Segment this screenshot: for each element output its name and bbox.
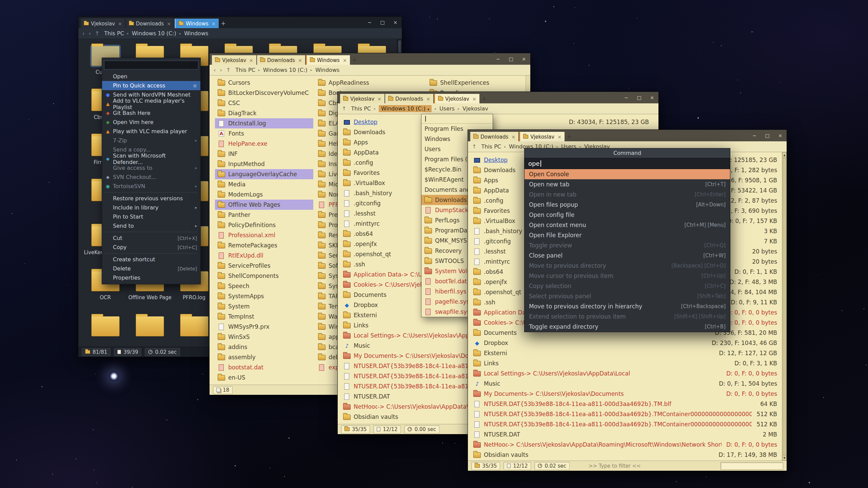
menu-item-git-bash-here[interactable]: ◆Git Bash Here: [102, 108, 200, 118]
breadcrumb-item-users[interactable]: Users: [439, 105, 455, 112]
command-toggle-preview[interactable]: Toggle preview[Ctrl+Q]: [525, 240, 730, 250]
up-icon[interactable]: ↑: [472, 143, 476, 150]
tab-vjekoslav[interactable]: Vjekoslav×: [434, 94, 479, 103]
close-button[interactable]: ×: [389, 17, 402, 28]
file-row-panther[interactable]: Panther: [215, 210, 313, 220]
file-row-rtlexupd-dll[interactable]: RtlExUpd.dll: [215, 250, 313, 261]
command-open-files-popup[interactable]: Open files popup[Alt+Down]: [525, 200, 730, 210]
file-row-cursors[interactable]: Cursors: [215, 78, 313, 88]
tab-downloads[interactable]: Downloads×: [470, 132, 518, 141]
file-row-bitlockerdiscoveryvolume[interactable]: BitLockerDiscoveryVolumeContents: [215, 88, 313, 98]
breadcrumb-item-windows-10-c[interactable]: Windows 10 (C:): [263, 67, 308, 73]
file-row-remotepackages[interactable]: RemotePackages: [215, 240, 313, 250]
file-row-fonts[interactable]: AFonts: [215, 128, 313, 139]
file-row-media[interactable]: Media: [215, 179, 313, 189]
tab-close-icon[interactable]: ×: [118, 21, 122, 26]
command-open-config-file[interactable]: Open config file: [525, 210, 730, 220]
file-row-ntuser-dat-53b39e88-18c4[interactable]: NTUSER.DAT{53b39e88-18c4-11ea-a811-000d3…: [471, 399, 781, 409]
close-button[interactable]: ×: [517, 53, 530, 65]
breadcrumb-item-this-pc[interactable]: This PC: [481, 143, 501, 150]
menu-item-7-zip[interactable]: 7-Zip▸: [102, 136, 200, 145]
minimize-button[interactable]: −: [363, 17, 376, 28]
tab-vjekoslav[interactable]: Vjekoslav×: [340, 94, 384, 103]
tab-close-icon[interactable]: ×: [167, 21, 171, 26]
command-move-cursor-to-previous-item[interactable]: Move cursor to previous item[Ctrl+Up]: [525, 271, 730, 281]
breadcrumb-item-this-pc[interactable]: This PC: [235, 67, 255, 73]
tab-close-icon[interactable]: ×: [377, 96, 381, 102]
tab-windows[interactable]: Windows×: [306, 55, 350, 65]
file-row-systemapps[interactable]: SystemApps: [215, 291, 313, 301]
desktop-folder[interactable]: [83, 316, 127, 346]
file-row-winsxs[interactable]: WinSxS: [215, 332, 313, 342]
up-icon[interactable]: ↑: [342, 105, 346, 112]
file-row-shellexperiences[interactable]: ShellExperiences: [427, 78, 525, 88]
tab-close-icon[interactable]: ×: [426, 96, 430, 102]
file-row-assembly[interactable]: assembly: [215, 352, 313, 362]
menu-item-send-to[interactable]: Send to▸: [102, 221, 200, 230]
menu-item-pin-to-start[interactable]: Pin to Start: [102, 212, 200, 221]
menu-item-delete[interactable]: Delete[Delete]: [102, 264, 200, 273]
tab-close-icon[interactable]: ×: [212, 21, 216, 26]
menu-item-copy[interactable]: Copy[Ctrl+C]: [102, 243, 200, 252]
file-row-appreadiness[interactable]: AppReadiness: [315, 78, 425, 88]
menu-item-give-access-to[interactable]: Give access to▸: [102, 163, 200, 172]
tab-vjekoslav[interactable]: Vjekoslav×: [519, 132, 565, 141]
file-row-tempinst[interactable]: TempInst: [215, 311, 313, 322]
file-row-serviceprofiles[interactable]: ServiceProfiles: [215, 261, 313, 271]
tab-close-icon[interactable]: ×: [298, 58, 302, 63]
tab-close-icon[interactable]: ×: [557, 134, 561, 140]
minimize-button[interactable]: −: [492, 53, 505, 65]
menu-item-restore-previous-versions[interactable]: Restore previous versions: [102, 194, 200, 203]
tab-vjekoslav[interactable]: Vjekoslav×: [81, 19, 125, 28]
command-open-in-new-tab[interactable]: Open in new tab[Ctrl+Enter]: [525, 189, 730, 200]
tab-close-icon[interactable]: ×: [511, 134, 515, 140]
menu-item-include-in-library[interactable]: Include in library▸: [102, 203, 200, 212]
maximize-button[interactable]: □: [505, 53, 517, 65]
file-row-local-settings[interactable]: Local Settings -> C:\Users\Vjekoslav\App…: [471, 368, 781, 379]
menu-item-add-to-vlc-media-player-s-playlist[interactable]: ▲Add to VLC media player's Playlist: [102, 99, 200, 108]
menu-item-create-shortcut[interactable]: Create shortcut: [102, 255, 200, 264]
file-row-bootstat-dat[interactable]: bootstat.dat: [215, 362, 313, 372]
file-row-desktop[interactable]: DesktopD: 43034, F: 125185, 23 GB: [340, 117, 653, 127]
scroll-down-icon[interactable]: ▼: [782, 455, 787, 461]
file-row-ntuser-dat-53b39e88-18c4[interactable]: NTUSER.DAT{53b39e88-18c4-11ea-a811-000d3…: [471, 409, 781, 419]
command-open-console[interactable]: Open Console: [525, 169, 730, 179]
command-extend-selection-to-previous-item[interactable]: Extend selection to previous item[Shift+…: [525, 311, 730, 322]
forward-icon[interactable]: ›: [220, 67, 222, 73]
command-copy-selection[interactable]: Copy selection[Ctrl+C]: [525, 281, 730, 291]
file-row-csc[interactable]: CSC: [215, 98, 313, 108]
file-row-policydefinitions[interactable]: PolicyDefinitions: [215, 220, 313, 230]
file-row-inf[interactable]: INF: [215, 149, 313, 159]
file-row-en-us[interactable]: en-US: [215, 372, 313, 383]
tab-close-icon[interactable]: ×: [472, 96, 476, 102]
file-row-music[interactable]: ♪MusicD: 0, F: 1, 504 bytes: [471, 379, 781, 389]
breadcrumb-item-vjekoslav[interactable]: Vjekoslav: [462, 105, 488, 112]
breadcrumb-item-windows-10-c[interactable]: Windows 10 (C:)▾: [379, 105, 432, 112]
menu-item-open-vim-here[interactable]: ◆Open Vim here: [102, 118, 200, 127]
command-open-context-menu[interactable]: Open context menu[Ctrl+M] [Menu]: [525, 220, 730, 230]
file-row-diagtrack[interactable]: DiagTrack: [215, 108, 313, 118]
tab-vjekoslav[interactable]: Vjekoslav×: [212, 55, 256, 65]
command-toggle-expand-directory[interactable]: Toggle expand directory[Ctrl+B]: [525, 322, 730, 332]
new-tab-button[interactable]: +: [565, 132, 574, 141]
breadcrumb-item-windows[interactable]: Windows: [315, 67, 339, 73]
file-row-ntuser-dat[interactable]: NTUSER.DAT2 MB: [471, 429, 781, 440]
tab-close-icon[interactable]: ×: [249, 58, 253, 63]
menu-item-pin-to-quick-access[interactable]: Pin to Quick access⊕: [102, 81, 200, 90]
filter-input[interactable]: [721, 462, 783, 470]
scrollbar[interactable]: ▲ ▼: [782, 152, 787, 461]
file-row-offline-web-pages[interactable]: Offline Web Pages: [215, 200, 313, 210]
scrollbar-thumb[interactable]: [783, 158, 786, 455]
breadcrumb-item-this-pc[interactable]: This PC: [351, 105, 371, 112]
new-tab-button[interactable]: +: [480, 94, 489, 103]
menu-item-properties[interactable]: Properties: [102, 273, 200, 282]
minimize-button[interactable]: −: [620, 92, 633, 103]
file-row-professional-xml[interactable]: Professional.xml: [215, 230, 313, 240]
tab-downloads[interactable]: Downloads×: [257, 55, 305, 65]
up-icon[interactable]: ↑: [95, 30, 99, 37]
close-button[interactable]: ×: [774, 130, 787, 141]
new-tab-button[interactable]: +: [350, 55, 359, 65]
desktop-folder[interactable]: [127, 316, 172, 346]
file-row-languageoverlaycache[interactable]: LanguageOverlayCache: [215, 169, 313, 179]
file-row-addins[interactable]: addins: [215, 342, 313, 352]
